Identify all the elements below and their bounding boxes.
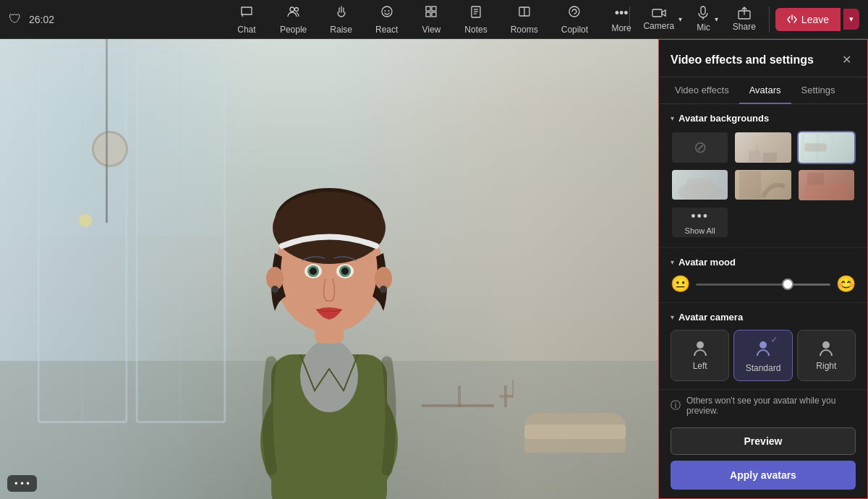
svg-point-38 (341, 268, 349, 275)
more-icon: ••• (615, 6, 629, 21)
view-icon (424, 4, 438, 22)
preview-button[interactable]: Preview (671, 427, 856, 455)
nav-raise[interactable]: Raise (320, 0, 362, 39)
shield-icon: 🛡 (9, 12, 22, 27)
avatar-mood-section: ▾ Avatar mood 😐 😊 (659, 248, 867, 303)
raise-icon (334, 4, 349, 22)
topbar-right: Camera ▾ Mic ▾ Share Leave ▾ (626, 1, 859, 37)
apply-avatars-button[interactable]: Apply avatars (671, 461, 856, 490)
close-panel-button[interactable]: ✕ (838, 51, 856, 68)
svg-point-54 (697, 341, 704, 349)
svg-rect-50 (686, 178, 714, 192)
svg-rect-8 (432, 12, 436, 17)
info-text: Others won't see your avatar while you p… (686, 396, 856, 416)
topbar-left: 🛡 26:02 (9, 12, 54, 27)
bg-option-2-selected[interactable] (797, 131, 856, 164)
avatar-camera-section: ▾ Avatar camera Left (659, 303, 867, 389)
camera-options: Left ✓ Standard (671, 330, 856, 381)
mood-slider[interactable] (696, 283, 830, 286)
nav-notes[interactable]: Notes (454, 0, 497, 39)
share-btn[interactable]: Share (726, 2, 763, 36)
leave-button[interactable]: Leave (775, 8, 841, 31)
side-panel: Video effects and settings ✕ Video effec… (658, 39, 868, 499)
svg-point-55 (760, 341, 767, 349)
bg-option-3[interactable] (671, 169, 729, 202)
chevron-mood-icon: ▾ (671, 258, 674, 266)
nav-react[interactable]: React (365, 0, 408, 39)
camera-btn[interactable]: Camera (636, 3, 677, 35)
avatar-container (206, 87, 452, 499)
svg-rect-44 (763, 153, 777, 162)
nav-copilot-label: Copilot (561, 25, 588, 35)
camera-standard-icon-wrapper: ✓ (753, 338, 773, 360)
nav-more[interactable]: ••• More (601, 1, 642, 38)
bg-1-inner (735, 132, 791, 163)
svg-rect-16 (652, 9, 662, 17)
nav-rooms[interactable]: Rooms (501, 0, 548, 39)
camera-control[interactable]: Camera ▾ (636, 3, 686, 35)
svg-rect-51 (739, 171, 761, 199)
svg-point-56 (822, 341, 830, 349)
avatar-backgrounds-section: ▾ Avatar backgrounds ⊘ (659, 104, 867, 248)
svg-point-1 (294, 7, 298, 11)
leave-arrow-button[interactable]: ▾ (843, 9, 859, 30)
svg-rect-48 (804, 143, 826, 151)
topbar-center: Chat People Raise React View (226, 0, 642, 39)
camera-left-option[interactable]: Left (671, 330, 729, 381)
copilot-icon (567, 4, 582, 22)
mic-arrow[interactable]: ▾ (713, 8, 723, 30)
section-header-backgrounds[interactable]: ▾ Avatar backgrounds (671, 113, 856, 124)
bg-2-inner (799, 132, 854, 163)
mood-happy-icon: 😊 (836, 275, 856, 294)
svg-point-15 (569, 7, 579, 17)
section-header-camera[interactable]: ▾ Avatar camera (671, 312, 856, 323)
nav-view-label: View (422, 25, 441, 35)
nav-people[interactable]: People (270, 0, 317, 39)
more-overlay-button[interactable]: • • • (7, 475, 37, 492)
mic-btn[interactable]: Mic (689, 1, 713, 37)
checkmark-icon: ✓ (770, 335, 778, 345)
nav-copilot[interactable]: Copilot (551, 0, 598, 39)
chevron-camera-icon: ▾ (671, 313, 674, 321)
backgrounds-grid: ⊘ (671, 131, 856, 239)
nav-react-label: React (375, 25, 398, 35)
leave-label: Leave (801, 14, 829, 25)
bg-option-1[interactable] (733, 131, 792, 164)
bg-option-4[interactable] (733, 169, 792, 202)
svg-point-4 (388, 10, 389, 12)
camera-label: Camera (643, 21, 674, 31)
show-all-inner: ••• Show All (672, 208, 728, 238)
camera-left-label: Left (693, 361, 707, 371)
section-header-mood[interactable]: ▾ Avatar mood (671, 257, 856, 268)
show-all-option[interactable]: ••• Show All (671, 206, 729, 239)
nav-chat[interactable]: Chat (226, 0, 267, 39)
camera-arrow[interactable]: ▾ (677, 8, 686, 30)
panel-footer: Preview Apply avatars (659, 422, 867, 498)
camera-right-icon (816, 338, 836, 358)
bg-none-option[interactable]: ⊘ (671, 131, 729, 164)
tab-settings[interactable]: Settings (791, 77, 846, 104)
nav-people-label: People (280, 25, 307, 35)
nav-view[interactable]: View (411, 0, 451, 39)
svg-rect-52 (804, 184, 848, 199)
svg-rect-6 (432, 7, 436, 11)
nav-raise-label: Raise (330, 25, 352, 35)
chevron-backgrounds-icon: ▾ (671, 114, 674, 122)
bg-option-5[interactable] (797, 169, 856, 202)
svg-point-2 (382, 7, 392, 17)
camera-standard-option[interactable]: ✓ Standard (733, 330, 792, 381)
mic-label: Mic (697, 22, 710, 33)
tab-video-effects[interactable]: Video effects (665, 77, 739, 104)
bg-4-inner (735, 170, 791, 200)
camera-standard-label: Standard (746, 363, 781, 373)
mic-control[interactable]: Mic ▾ (689, 1, 723, 37)
timer: 26:02 (29, 14, 54, 25)
svg-point-41 (271, 286, 278, 293)
table-leg-1 (458, 385, 461, 407)
svg-rect-7 (426, 12, 430, 17)
mood-sad-icon: 😐 (671, 275, 690, 294)
camera-right-option[interactable]: Right (797, 330, 856, 381)
svg-rect-5 (426, 7, 430, 11)
panel-header: Video effects and settings ✕ (659, 40, 867, 77)
tab-avatars[interactable]: Avatars (739, 77, 791, 104)
